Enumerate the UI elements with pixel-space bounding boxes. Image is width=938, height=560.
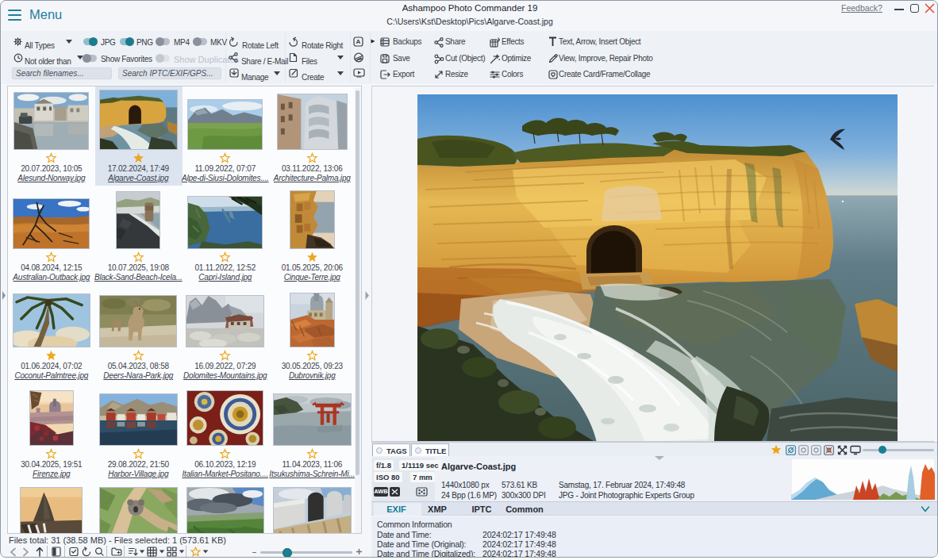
svg-text:A: A <box>356 38 361 45</box>
